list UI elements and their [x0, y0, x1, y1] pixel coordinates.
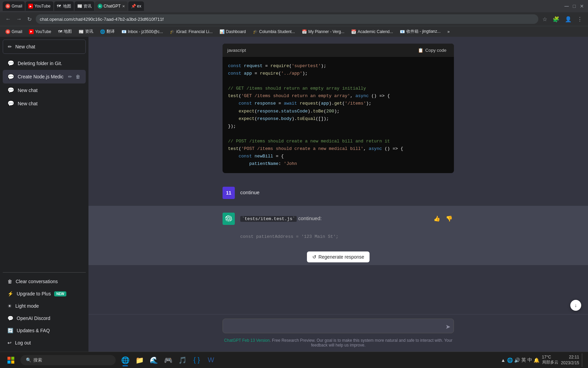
close-button[interactable]: ✕	[578, 2, 585, 10]
network-icon[interactable]: 🌐	[507, 357, 513, 363]
taskbar-app-explorer[interactable]: 📁	[133, 353, 146, 367]
taskbar-app-music[interactable]: 🎵	[176, 353, 189, 367]
ime-icon[interactable]: 英	[521, 357, 526, 363]
gmail-bookmark-label: Gmail	[12, 29, 22, 34]
code-header: javascript 📋 Copy code	[223, 44, 454, 57]
tray-up-icon[interactable]: ▲	[501, 357, 506, 363]
tab-map[interactable]: 🗺 地图	[54, 1, 74, 11]
chat-item-new2[interactable]: 💬 New chat	[3, 97, 86, 110]
footer-text: ChatGPT Feb 13 Version. Free Research Pr…	[223, 338, 454, 348]
edit-chat-button[interactable]: ✏	[67, 73, 73, 80]
thumbs-up-button[interactable]: 👍	[432, 214, 442, 223]
bookmark-news[interactable]: 📰 资讯	[76, 28, 96, 35]
volume-icon[interactable]: 🔊	[514, 357, 520, 363]
back-button[interactable]: ←	[4, 15, 12, 24]
show-desktop-button[interactable]	[582, 353, 584, 367]
input-method-icon[interactable]: 中	[527, 357, 532, 363]
bookmark-map[interactable]: 🗺 地图	[55, 28, 75, 35]
chat-item-nodejs[interactable]: 💬 Create Node.js Medic ✏ 🗑	[3, 70, 86, 83]
bookmark-button[interactable]: ☆	[541, 15, 549, 24]
light-mode-button[interactable]: ☀ Light mode	[3, 300, 86, 312]
taskbar-app-chrome[interactable]: 🌐	[118, 353, 132, 367]
academic-bookmark-icon: 📆	[351, 29, 356, 34]
refresh-button[interactable]: ↻	[26, 15, 33, 24]
extra1-label: ex	[137, 4, 142, 9]
code-line-8: patientName: 'John	[228, 160, 448, 168]
tab-chatgpt[interactable]: ✦ ChatGPT ✕	[95, 1, 128, 11]
chat-input[interactable]	[223, 319, 454, 333]
extensions-button[interactable]: 🧩	[551, 15, 561, 24]
profile-button[interactable]: 👤	[564, 15, 573, 24]
logout-button[interactable]: ↩ Log out	[3, 337, 86, 349]
bookmark-more[interactable]: »	[445, 29, 453, 35]
browser-chrome: G Gmail ▶ YouTube 🗺 地图 📰 资讯 ✦ ChatGPT ✕ …	[0, 0, 588, 37]
code-line-comment2: // POST /items should create a new medic…	[228, 138, 448, 145]
chatgpt-tab-icon: ✦	[98, 4, 102, 9]
chat-area[interactable]: javascript 📋 Copy code const request = r…	[88, 37, 588, 314]
inbox2-bookmark-icon: 📧	[400, 29, 405, 34]
system-clock[interactable]: 22:11 2023/2/15	[561, 354, 579, 366]
logout-icon: ↩	[7, 340, 12, 346]
map-icon: 🗺	[57, 4, 62, 9]
clear-conversations-button[interactable]: 🗑 Clear conversations	[3, 275, 86, 288]
maximize-button[interactable]: □	[572, 2, 577, 10]
delete-chat-button[interactable]: 🗑	[75, 73, 81, 80]
tab-controls: ─ □ ✕	[563, 1, 585, 11]
taskbar-search[interactable]: 🔍 搜索	[20, 355, 116, 365]
taskbar-app-game[interactable]: 🎮	[161, 353, 175, 367]
youtube-bookmark-icon: ▶	[29, 29, 34, 34]
start-button[interactable]	[4, 353, 18, 367]
bookmark-youtube[interactable]: ▶ YouTube	[26, 29, 54, 35]
tab-extra1[interactable]: 📌 ex	[128, 1, 144, 11]
user-message-content: continue	[240, 187, 454, 199]
input-wrapper: ➤	[223, 319, 454, 335]
game-icon: 🎮	[164, 356, 173, 364]
thumbs-down-button[interactable]: 👎	[444, 214, 454, 223]
chat-item-deleting[interactable]: 💬 Deleting folder in Git.	[3, 57, 86, 70]
bookmark-igrad[interactable]: 🎓 iGrad: Financial Li...	[167, 29, 215, 35]
address-bar[interactable]: chat.openai.com/chat/4290c16c-7aad-47b2-…	[36, 14, 538, 24]
bookmark-inbox[interactable]: 📧 Inbox - jz3500@c...	[119, 29, 166, 35]
discord-button[interactable]: 💬 OpenAI Discord	[3, 312, 86, 324]
code-line-4: expect(response.statusCode).toBe(200);	[228, 108, 448, 115]
weather-widget[interactable]: 17°C 局部多云	[542, 355, 558, 365]
code-line-2: const app = require('../app');	[228, 70, 448, 77]
new-chat-button[interactable]: ✏ New chat	[3, 40, 86, 54]
bookmark-columbia[interactable]: 🎓 Columbia Student...	[250, 29, 298, 35]
forward-button[interactable]: →	[15, 15, 23, 24]
tab-youtube[interactable]: ▶ YouTube	[26, 1, 53, 11]
tab-gmail[interactable]: G Gmail	[3, 1, 25, 11]
faq-button[interactable]: 🔄 Updates & FAQ	[3, 324, 86, 337]
gmail-icon: G	[5, 4, 10, 9]
bookmark-translate[interactable]: 🌐 翻译	[97, 28, 117, 35]
bookmark-academic[interactable]: 📆 Academic Calend...	[348, 29, 396, 35]
code-line-1: const request = require('supertest');	[228, 62, 448, 70]
minimize-button[interactable]: ─	[563, 1, 570, 11]
taskbar-app-word[interactable]: W	[204, 353, 218, 367]
bookmark-dashboard[interactable]: 📊 Dashboard	[217, 29, 249, 35]
regenerate-button[interactable]: ↺ Regenerate response	[307, 251, 370, 262]
footer-link[interactable]: ChatGPT Feb 13 Version	[224, 338, 270, 343]
columbia-bookmark-label: Columbia Student...	[259, 29, 295, 34]
light-mode-label: Light mode	[15, 303, 39, 309]
bookmarks-bar: G Gmail ▶ YouTube 🗺 地图 📰 资讯 🌐 翻译 📧 Inbox…	[0, 26, 588, 37]
upgrade-to-plus-button[interactable]: ⚡ Upgrade to Plus NEW	[3, 288, 86, 300]
tab-news[interactable]: 📰 资讯	[75, 1, 94, 11]
scroll-to-bottom-button[interactable]: ↓	[570, 300, 581, 311]
time-display: 22:11	[561, 354, 579, 360]
send-button[interactable]: ➤	[445, 323, 451, 331]
bookmark-planner[interactable]: 📅 My Planner - Verg...	[299, 29, 347, 35]
chat-item-new1[interactable]: 💬 New chat	[3, 83, 86, 97]
bookmark-inbox2[interactable]: 📧 收件箱 - jingtianz...	[397, 28, 443, 35]
tab-close-icon[interactable]: ✕	[122, 4, 125, 8]
menu-button[interactable]: ⋮	[576, 15, 584, 24]
message-actions: 👍 👎	[432, 213, 454, 241]
edge-icon: 🌊	[150, 356, 158, 364]
bookmark-gmail[interactable]: G Gmail	[3, 29, 25, 35]
taskbar-search-label: 搜索	[33, 357, 42, 363]
copy-code-button[interactable]: 📋 Copy code	[415, 46, 449, 54]
notification-icon[interactable]: 🔔	[534, 357, 539, 363]
taskbar-app-code[interactable]: { }	[190, 353, 203, 367]
taskbar-app-edge[interactable]: 🌊	[147, 353, 161, 367]
inbox-bookmark-label: Inbox - jz3500@c...	[128, 29, 163, 34]
